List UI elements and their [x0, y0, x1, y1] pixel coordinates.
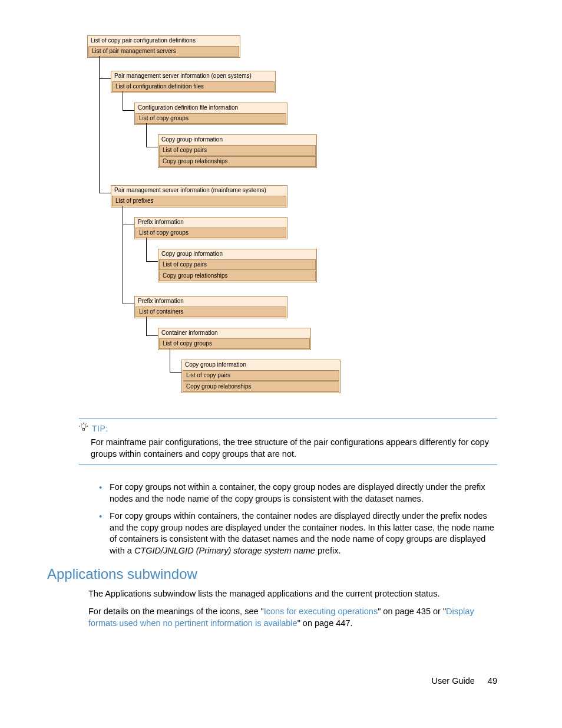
svg-line-6	[86, 424, 87, 424]
svg-line-5	[81, 424, 82, 424]
box-child: Copy group relationships	[159, 156, 316, 167]
box-child: List of configuration definition files	[112, 81, 275, 92]
page-footer: User Guide 49	[431, 676, 497, 686]
box-title: Pair management server information (open…	[111, 71, 275, 81]
list-item: For copy groups within containers, the c…	[99, 510, 497, 556]
box-child: List of copy pairs	[159, 145, 316, 156]
box-title: Configuration definition file informatio…	[135, 103, 287, 113]
box-child: List of copy pairs	[183, 370, 339, 381]
box-child: List of copy groups	[135, 113, 286, 124]
svg-point-0	[81, 424, 86, 429]
text: For details on the meanings of the icons…	[88, 607, 264, 616]
box-title: Prefix information	[135, 297, 287, 306]
box-child: Copy group relationships	[159, 271, 316, 281]
box-prefix-1: Prefix information List of copy groups	[134, 217, 287, 239]
paragraph: The Applications subwindow lists the man…	[88, 588, 497, 600]
box-copy-group-open: Copy group information List of copy pair…	[158, 134, 317, 168]
box-root: List of copy pair configuration definiti…	[87, 35, 240, 58]
list-item: For copy groups not within a container, …	[99, 482, 497, 505]
box-copy-group-mf2: Copy group information List of copy pair…	[181, 360, 340, 393]
section-heading: Applications subwindow	[47, 566, 197, 582]
box-copy-group-mf1: Copy group information List of copy pair…	[158, 249, 317, 282]
cross-ref-link[interactable]: Icons for executing operations	[264, 607, 378, 616]
box-config-def-file: Configuration definition file informatio…	[134, 103, 287, 125]
box-title: Prefix information	[135, 218, 287, 227]
box-child: List of prefixes	[112, 196, 286, 206]
box-title: List of copy pair configuration definiti…	[88, 36, 240, 45]
box-title: Copy group information	[158, 249, 316, 259]
box-container: Container information List of copy group…	[158, 328, 311, 350]
box-child: List of copy groups	[135, 228, 286, 238]
text: " on page 435 or "	[378, 607, 446, 616]
box-title: Copy group information	[158, 135, 316, 144]
bullet-text: For copy groups not within a container, …	[110, 482, 485, 503]
bullet-list: For copy groups not within a container, …	[88, 482, 497, 562]
divider	[79, 419, 497, 419]
bullet-italic: CTGID/JNLGID (Primary) storage system na…	[134, 546, 315, 555]
box-title: Container information	[158, 328, 310, 338]
footer-label: User Guide	[431, 676, 474, 686]
box-title: Copy group information	[182, 360, 340, 370]
box-child: List of copy groups	[159, 338, 310, 349]
tip-callout: TIP: For mainframe pair configurations, …	[79, 419, 497, 465]
box-child: Copy group relationships	[183, 381, 339, 392]
box-child: List of containers	[135, 307, 286, 317]
tip-label: TIP:	[92, 424, 108, 433]
box-prefix-2: Prefix information List of containers	[134, 296, 287, 318]
text: " on page 447.	[297, 618, 353, 628]
page-number: 49	[488, 676, 497, 686]
box-open-systems: Pair management server information (open…	[111, 71, 276, 93]
lightbulb-icon	[79, 423, 88, 434]
tree-diagram: List of copy pair configuration definiti…	[87, 35, 346, 396]
box-child: List of pair management servers	[88, 46, 239, 57]
paragraph: For details on the meanings of the icons…	[88, 606, 497, 629]
box-mainframe-systems: Pair management server information (main…	[111, 185, 287, 207]
divider	[79, 465, 497, 465]
box-title: Pair management server information (main…	[111, 186, 287, 195]
box-child: List of copy pairs	[159, 259, 316, 270]
tip-body: For mainframe pair configurations, the t…	[79, 437, 497, 460]
bullet-text: prefix.	[315, 546, 341, 555]
